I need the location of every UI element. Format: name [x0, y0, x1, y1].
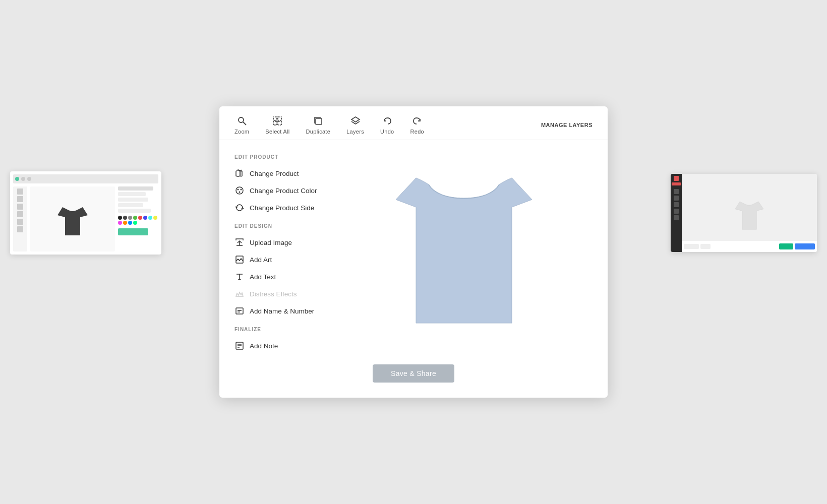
- upload-image-icon: [234, 237, 245, 247]
- toolbar-layers[interactable]: Layers: [346, 115, 364, 135]
- svg-rect-3: [278, 117, 281, 120]
- canvas-area: [335, 150, 593, 354]
- add-art-item[interactable]: Add Art: [234, 251, 335, 268]
- svg-point-11: [239, 192, 241, 193]
- toolbar-undo[interactable]: Undo: [380, 115, 394, 135]
- svg-point-8: [236, 187, 243, 194]
- zoom-label: Zoom: [234, 129, 249, 135]
- main-content: EDIT PRODUCT Change Product: [219, 140, 608, 354]
- toolbar-select-all[interactable]: Select All: [265, 115, 289, 135]
- undo-icon: [382, 115, 393, 127]
- add-name-number-label: Add Name & Number: [250, 307, 314, 315]
- add-note-label: Add Note: [250, 342, 278, 350]
- svg-rect-2: [273, 117, 277, 120]
- change-product-icon: [234, 168, 245, 178]
- zoom-icon: [237, 115, 248, 127]
- svg-rect-17: [236, 308, 243, 314]
- tshirt-preview: [393, 167, 535, 338]
- select-all-label: Select All: [265, 129, 289, 135]
- change-product-side-icon: [234, 203, 245, 213]
- change-product-color-icon: [234, 185, 245, 196]
- duplicate-label: Duplicate: [306, 129, 331, 135]
- layers-icon: [350, 115, 361, 127]
- add-note-icon: [234, 341, 245, 351]
- redo-icon: [411, 115, 423, 127]
- undo-label: Undo: [380, 129, 394, 135]
- svg-marker-7: [351, 117, 360, 122]
- redo-label: Redo: [410, 129, 424, 135]
- toolbar-redo[interactable]: Redo: [410, 115, 424, 135]
- add-art-label: Add Art: [250, 256, 272, 264]
- add-name-number-icon: [234, 306, 245, 316]
- ghost-window-left: [10, 171, 161, 255]
- svg-rect-5: [278, 121, 281, 125]
- add-art-icon: [234, 255, 245, 265]
- svg-rect-4: [273, 121, 277, 125]
- add-text-icon: [234, 272, 245, 282]
- save-btn-container: Save & Share: [219, 364, 608, 383]
- change-product-color-item[interactable]: Change Product Color: [234, 182, 335, 199]
- upload-image-label: Upload Image: [250, 239, 292, 246]
- save-share-button[interactable]: Save & Share: [373, 364, 454, 383]
- change-product-item[interactable]: Change Product: [234, 165, 335, 182]
- duplicate-icon: [313, 115, 324, 127]
- select-all-icon: [272, 115, 283, 127]
- change-product-label: Change Product: [250, 170, 299, 177]
- change-product-side-label: Change Product Side: [250, 204, 314, 212]
- edit-product-section-label: EDIT PRODUCT: [234, 154, 335, 160]
- svg-line-1: [243, 122, 246, 125]
- main-modal: Zoom Select All Duplicate: [219, 106, 608, 398]
- distress-effects-icon: [234, 289, 245, 299]
- sidebar: EDIT PRODUCT Change Product: [234, 150, 335, 354]
- add-text-item[interactable]: Add Text: [234, 268, 335, 285]
- manage-layers-button[interactable]: MANAGE LAYERS: [541, 122, 593, 128]
- svg-rect-6: [316, 118, 322, 124]
- distress-effects-label: Distress Effects: [250, 290, 297, 298]
- toolbar-duplicate[interactable]: Duplicate: [306, 115, 331, 135]
- svg-point-0: [239, 117, 244, 122]
- add-note-item[interactable]: Add Note: [234, 337, 335, 354]
- finalize-section-label: FINALIZE: [234, 327, 335, 332]
- svg-point-10: [241, 189, 242, 191]
- change-product-side-item[interactable]: Change Product Side: [234, 199, 335, 216]
- toolbar-zoom[interactable]: Zoom: [234, 115, 249, 135]
- add-name-number-item[interactable]: Add Name & Number: [234, 302, 335, 320]
- toolbar: Zoom Select All Duplicate: [219, 106, 608, 140]
- upload-image-item[interactable]: Upload Image: [234, 234, 335, 251]
- ghost-window-right: [671, 174, 817, 252]
- distress-effects-item: Distress Effects: [234, 285, 335, 302]
- svg-point-9: [238, 189, 239, 191]
- change-product-color-label: Change Product Color: [250, 187, 317, 195]
- add-text-label: Add Text: [250, 273, 276, 281]
- layers-label: Layers: [346, 129, 364, 135]
- edit-design-section-label: EDIT DESIGN: [234, 223, 335, 229]
